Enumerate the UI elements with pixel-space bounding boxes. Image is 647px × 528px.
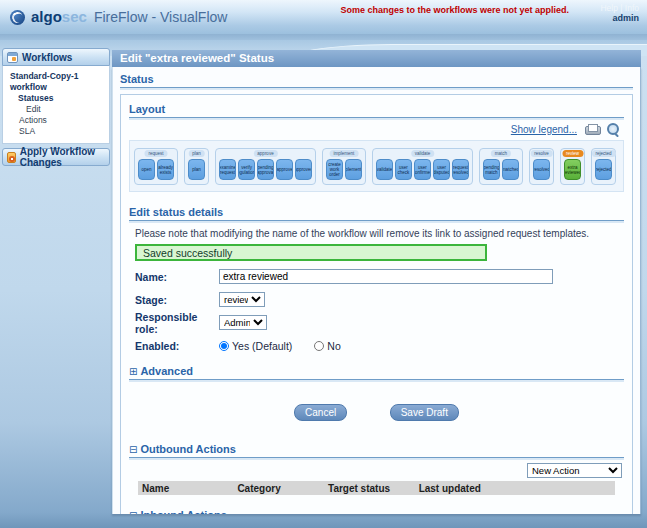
status-node[interactable]: resolved bbox=[533, 159, 550, 180]
logged-in-user: admin bbox=[612, 13, 639, 23]
outbound-col-target-status: Target status bbox=[324, 481, 415, 495]
rename-note: Please note that modifying the name of t… bbox=[135, 228, 624, 239]
status-node[interactable]: pending approval bbox=[257, 159, 274, 180]
show-legend-link[interactable]: Show legend... bbox=[511, 124, 577, 135]
status-node[interactable]: matched bbox=[502, 159, 519, 180]
workflow-stage-group: reviewextra reviewed bbox=[560, 148, 585, 185]
stage-label: approve bbox=[253, 150, 277, 157]
enabled-no-label: No bbox=[327, 340, 340, 352]
apply-changes-icon bbox=[7, 152, 16, 163]
section-inbound-heading[interactable]: ⊟Inbound Actions bbox=[129, 509, 624, 514]
apply-changes-label: Apply Workflow Changes bbox=[20, 146, 109, 168]
help-info-links[interactable]: Help | Info bbox=[600, 3, 639, 13]
legend-row: Show legend... bbox=[129, 122, 620, 137]
outbound-actions-table: Name Category Target status Last updated bbox=[138, 481, 615, 495]
tree-item-statuses[interactable]: Statuses bbox=[6, 93, 106, 104]
print-icon[interactable] bbox=[585, 124, 599, 135]
tree-item-edit[interactable]: Edit bbox=[6, 104, 106, 115]
enabled-no-radio[interactable] bbox=[314, 341, 324, 351]
status-node[interactable]: user confirmed bbox=[414, 159, 431, 180]
tree-item-workflow[interactable]: Standard-Copy-1 workflow bbox=[6, 71, 106, 93]
status-node[interactable]: pending match bbox=[483, 159, 500, 180]
section-status-heading: Status bbox=[120, 73, 633, 88]
new-action-select[interactable]: New Action bbox=[527, 463, 622, 478]
outbound-col-category: Category bbox=[233, 481, 324, 495]
outbound-label: Outbound Actions bbox=[140, 443, 236, 455]
enabled-yes-radio[interactable] bbox=[219, 341, 229, 351]
stage-label: review bbox=[562, 150, 583, 157]
stage-label: Stage: bbox=[135, 294, 219, 306]
status-node[interactable]: implemented bbox=[345, 159, 362, 180]
sidebar: Workflows Standard-Copy-1 workflow Statu… bbox=[2, 48, 110, 166]
workflow-stage-group: implementcreate work orderimplemented bbox=[322, 148, 366, 185]
stage-label: match bbox=[491, 150, 511, 157]
status-node[interactable]: verify regulations bbox=[238, 159, 255, 180]
stage-row: Stage: review bbox=[135, 292, 624, 307]
zoom-icon[interactable] bbox=[607, 123, 620, 136]
workflow-stage-group: validatevalidateuser checkuser confirmed… bbox=[372, 148, 473, 185]
cancel-button[interactable]: Cancel bbox=[294, 404, 347, 421]
status-node[interactable]: request resolved bbox=[452, 159, 469, 180]
status-node[interactable]: extra reviewed bbox=[564, 159, 581, 180]
section-layout-heading: Layout bbox=[129, 103, 624, 118]
saved-successfully-banner: Saved successfully bbox=[135, 244, 487, 261]
apply-workflow-changes-button[interactable]: Apply Workflow Changes bbox=[2, 148, 110, 166]
workflow-stage-group: matchpending matchmatched bbox=[479, 148, 523, 185]
enabled-yes-label: Yes (Default) bbox=[232, 340, 292, 352]
status-node[interactable]: already exists bbox=[157, 159, 174, 180]
new-action-row: New Action bbox=[129, 463, 622, 478]
name-input[interactable] bbox=[219, 269, 553, 284]
enabled-label: Enabled: bbox=[135, 340, 219, 352]
workflow-stage-group: resolveresolved bbox=[529, 148, 554, 185]
enabled-yes-option[interactable]: Yes (Default) bbox=[219, 340, 292, 352]
stage-label: request bbox=[144, 150, 167, 157]
status-node[interactable]: rejected bbox=[595, 159, 612, 180]
status-node[interactable]: user check bbox=[395, 159, 412, 180]
status-node[interactable]: validate bbox=[376, 159, 393, 180]
stage-select[interactable]: review bbox=[219, 292, 265, 307]
enabled-no-option[interactable]: No bbox=[314, 340, 340, 352]
status-node[interactable]: user disputed bbox=[433, 159, 450, 180]
sidebar-section-workflows[interactable]: Workflows bbox=[2, 48, 110, 66]
inbound-label: Inbound Actions bbox=[140, 509, 226, 514]
name-label: Name: bbox=[135, 271, 219, 283]
outbound-header-row: Name Category Target status Last updated bbox=[138, 481, 615, 495]
workflow-stage-group: requestopenalready exists bbox=[134, 148, 178, 185]
status-node[interactable]: examine request bbox=[219, 159, 236, 180]
expand-icon[interactable]: ⊞ bbox=[129, 366, 137, 377]
status-node[interactable]: plan bbox=[188, 159, 205, 180]
status-node[interactable]: open bbox=[138, 159, 155, 180]
outbound-col-last-updated: Last updated bbox=[415, 481, 615, 495]
main-area: Edit "extra reviewed" Status Status Layo… bbox=[112, 50, 641, 514]
section-advanced-heading[interactable]: ⊞Advanced bbox=[129, 365, 624, 380]
status-node[interactable]: create work order bbox=[326, 159, 343, 180]
logo: algosecFireFlow - VisualFlow bbox=[10, 8, 227, 26]
workflow-stage-group: planplan bbox=[184, 148, 209, 185]
collapse-icon[interactable]: ⊟ bbox=[129, 510, 137, 514]
stage-label: plan bbox=[188, 150, 205, 157]
section-details-heading: Edit status details bbox=[129, 206, 624, 221]
collapse-icon[interactable]: ⊟ bbox=[129, 444, 137, 455]
pending-changes-warning: Some changes to the workflows were not y… bbox=[340, 5, 569, 15]
product-name: FireFlow - VisualFlow bbox=[94, 9, 228, 25]
button-row: Cancel Save Draft bbox=[129, 402, 624, 421]
app-header: algosecFireFlow - VisualFlow Some change… bbox=[0, 0, 647, 34]
tree-item-sla[interactable]: SLA bbox=[6, 126, 106, 137]
name-row: Name: bbox=[135, 269, 624, 284]
status-node[interactable]: approved bbox=[295, 159, 312, 180]
workflows-title: Workflows bbox=[22, 52, 72, 63]
brand-algo: algo bbox=[31, 8, 62, 25]
workflow-tree: Standard-Copy-1 workflow Statuses Edit A… bbox=[2, 66, 110, 144]
section-outbound-heading[interactable]: ⊟Outbound Actions bbox=[129, 443, 624, 458]
workflow-stage-group: approveexamine requestverify regulations… bbox=[215, 148, 316, 185]
responsible-role-select[interactable]: Admin bbox=[219, 315, 267, 330]
save-draft-button[interactable]: Save Draft bbox=[390, 404, 459, 421]
stage-label: validate bbox=[411, 150, 435, 157]
content-panel: Status Layout Show legend... requestopen… bbox=[112, 67, 641, 514]
tree-item-actions[interactable]: Actions bbox=[6, 115, 106, 126]
status-box: Layout Show legend... requestopenalready… bbox=[120, 94, 633, 514]
role-row: Responsible role: Admin bbox=[135, 315, 624, 330]
page-title: Edit "extra reviewed" Status bbox=[112, 50, 641, 67]
status-node[interactable]: approve bbox=[276, 159, 293, 180]
algosec-logo-icon bbox=[10, 10, 25, 25]
